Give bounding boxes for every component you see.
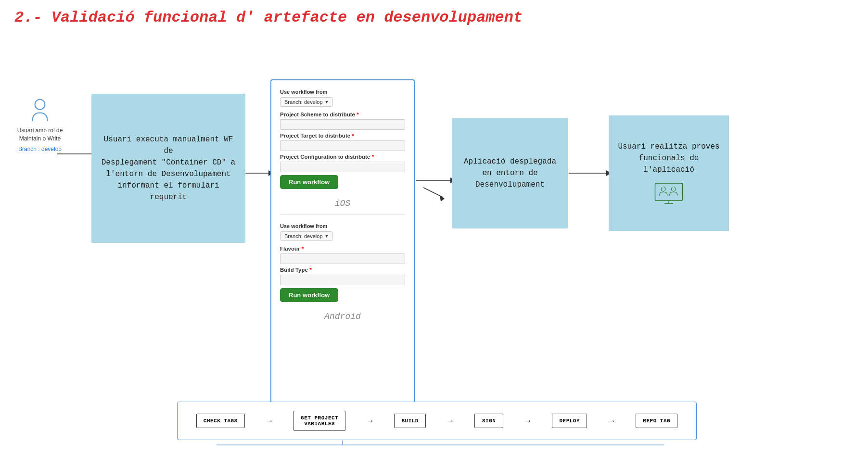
user-test-box: Usuari realitza provesfuncionals de l'ap… bbox=[609, 115, 729, 231]
pipeline-arrow-2: → bbox=[366, 416, 374, 426]
step1-box-text: Usuari executa manualment WF de Desplega… bbox=[100, 134, 237, 203]
project-config-label: Project Configuration to distribute * bbox=[280, 154, 405, 160]
step1-box: Usuari executa manualment WF de Desplega… bbox=[91, 94, 245, 243]
use-workflow-from-label-android: Use workflow from bbox=[280, 223, 405, 229]
use-workflow-from-label-ios: Use workflow from bbox=[280, 89, 405, 95]
ios-platform-label: iOS bbox=[280, 199, 405, 208]
pipeline-arrow-1: → bbox=[265, 416, 273, 426]
project-scheme-input[interactable] bbox=[280, 119, 405, 130]
project-target-label: Project Target to distribute * bbox=[280, 133, 405, 139]
workflow-form-box: Use workflow from Branch: develop ▼ Proj… bbox=[270, 79, 415, 416]
pipeline-arrow-4: → bbox=[523, 416, 532, 426]
user-icon bbox=[27, 99, 52, 124]
pipeline-step-check-tags: CHECK TAGS bbox=[196, 414, 245, 428]
pipeline-step-deploy: DEPLOY bbox=[552, 414, 587, 428]
pipeline-step-build: BUILD bbox=[394, 414, 426, 428]
app-deployed-text: Aplicació desplegadaen entorn deDesenvol… bbox=[464, 156, 556, 190]
run-workflow-button-ios[interactable]: Run workflow bbox=[280, 175, 338, 189]
svg-marker-7 bbox=[440, 195, 445, 202]
project-target-input[interactable] bbox=[280, 140, 405, 151]
project-config-input[interactable] bbox=[280, 162, 405, 172]
page-title: 2.- Validació funcional d' artefacte en … bbox=[0, 0, 868, 31]
chevron-down-icon-ios: ▼ bbox=[325, 100, 329, 104]
chevron-down-icon-android: ▼ bbox=[325, 234, 329, 239]
svg-rect-14 bbox=[655, 183, 683, 201]
android-section: Use workflow from Branch: develop ▼ Flav… bbox=[280, 223, 405, 304]
monitor-icon bbox=[654, 181, 683, 205]
user-test-text: Usuari realitza provesfuncionals de l'ap… bbox=[617, 141, 720, 176]
svg-line-6 bbox=[423, 188, 443, 197]
build-type-label: Build Type * bbox=[280, 267, 405, 273]
flavour-input[interactable] bbox=[280, 253, 405, 264]
run-workflow-button-android[interactable]: Run workflow bbox=[280, 288, 338, 302]
diagram-area: Usuari amb rol deMaintain o Write Branch… bbox=[0, 31, 868, 455]
svg-point-18 bbox=[671, 187, 676, 191]
pipeline-arrow-5: → bbox=[607, 416, 616, 426]
ios-section: Use workflow from Branch: develop ▼ Proj… bbox=[280, 89, 405, 191]
svg-point-17 bbox=[661, 187, 665, 191]
pipeline-step-sign: SIGN bbox=[474, 414, 503, 428]
project-scheme-label: Project Scheme to distribute * bbox=[280, 112, 405, 117]
android-platform-label: Android bbox=[280, 312, 405, 321]
branch-dropdown-android[interactable]: Branch: develop ▼ bbox=[280, 231, 333, 241]
svg-point-13 bbox=[35, 100, 45, 110]
user-figure: Usuari amb rol deMaintain o Write Branch… bbox=[13, 99, 66, 152]
pipeline-step-get-project: GET PROJECTVARIABLES bbox=[294, 411, 345, 431]
app-deployed-box: Aplicació desplegadaen entorn deDesenvol… bbox=[452, 118, 568, 228]
user-role-label: Usuari amb rol deMaintain o Write bbox=[17, 126, 63, 143]
pipeline-arrow-3: → bbox=[446, 416, 455, 426]
flavour-label: Flavour * bbox=[280, 246, 405, 252]
section-divider bbox=[280, 214, 405, 215]
user-branch-label: Branch : develop bbox=[18, 146, 62, 152]
pipeline-step-repo-tag: REPO TAG bbox=[636, 414, 677, 428]
branch-dropdown-ios[interactable]: Branch: develop ▼ bbox=[280, 97, 333, 107]
pipeline-container: CHECK TAGS → GET PROJECTVARIABLES → BUIL… bbox=[177, 402, 697, 440]
build-type-input[interactable] bbox=[280, 275, 405, 285]
